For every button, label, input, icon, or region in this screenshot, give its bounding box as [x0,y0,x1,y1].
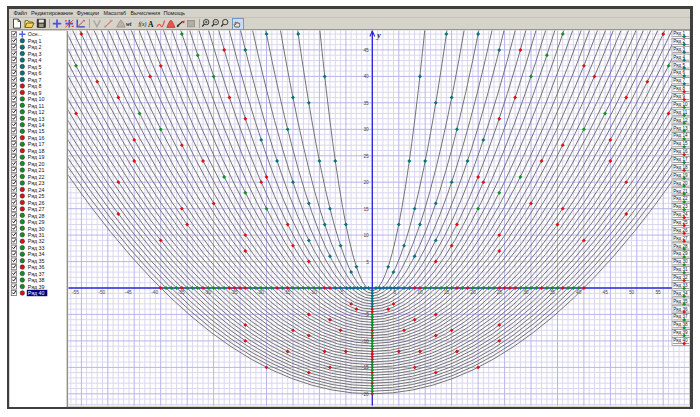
svg-text:Ряд 37: Ряд 37 [673,314,688,319]
svg-text:-30: -30 [204,290,211,295]
svg-text:Ряд 35: Ряд 35 [28,258,45,264]
svg-text:Ряд 24: Ряд 24 [28,187,45,193]
svg-text:Ряд 14: Ряд 14 [673,133,688,138]
svg-text:Ряд 11: Ряд 11 [673,110,688,115]
svg-text:Ряд 29: Ряд 29 [28,219,45,225]
svg-text:Ряд 35: Ряд 35 [673,299,688,304]
svg-text:Ряд 26: Ряд 26 [673,228,688,233]
svg-text:Ряд 32: Ряд 32 [673,275,688,280]
svg-text:-20: -20 [257,290,264,295]
svg-text:Ряд 14: Ряд 14 [28,122,45,128]
svg-text:Ряд 27: Ряд 27 [673,236,688,241]
svg-text:Ряд 12: Ряд 12 [28,109,45,115]
svg-text:Ряд 38: Ряд 38 [673,322,688,327]
svg-text:Ряд 30: Ряд 30 [673,259,688,264]
svg-text:Осн...: Осн... [28,31,42,37]
svg-text:Ряд 25: Ряд 25 [28,193,45,199]
svg-text:20: 20 [470,290,476,295]
svg-text:Ряд 39: Ряд 39 [28,284,45,290]
svg-text:Ряд 40: Ряд 40 [673,338,688,343]
svg-text:35: 35 [550,290,556,295]
svg-text:15: 15 [444,290,450,295]
svg-text:Ряд 12: Ряд 12 [673,118,688,123]
svg-text:Ряд 11: Ряд 11 [28,103,44,109]
svg-text:Ряд 39: Ряд 39 [673,330,688,335]
svg-text:Ряд 16: Ряд 16 [28,135,45,141]
svg-text:40: 40 [576,290,582,295]
svg-text:30: 30 [523,290,529,295]
svg-text:10: 10 [417,290,423,295]
svg-text:-50: -50 [98,290,105,295]
svg-text:Ряд 23: Ряд 23 [28,180,45,186]
svg-text:25: 25 [497,290,503,295]
svg-text:Ряд 38: Ряд 38 [28,277,45,283]
svg-text:Ряд 33: Ряд 33 [28,245,45,251]
svg-text:35: 35 [363,101,369,106]
svg-text:Ряд 40: Ряд 40 [28,290,45,296]
svg-text:50: 50 [629,290,635,295]
svg-text:Ряд 37: Ряд 37 [28,271,45,277]
svg-text:45: 45 [363,48,369,53]
svg-text:Функции: Функции [77,9,100,16]
svg-text:Ряд 3: Ряд 3 [28,51,42,57]
svg-text:Ряд 24: Ряд 24 [673,212,688,217]
svg-text:wt: wt [126,21,132,27]
svg-text:Ряд 36: Ряд 36 [673,307,688,312]
svg-text:Файл: Файл [14,9,28,16]
svg-text:20: 20 [363,180,369,185]
svg-text:Редактирование: Редактирование [31,9,74,16]
svg-text:Ряд 19: Ряд 19 [673,173,688,178]
svg-text:y: y [376,31,381,40]
svg-text:Ряд 23: Ряд 23 [673,204,688,209]
svg-text:Ряд 19: Ряд 19 [28,154,45,160]
svg-text:Масштаб: Масштаб [104,9,127,16]
svg-text:-15: -15 [284,290,291,295]
svg-text:-15: -15 [362,365,369,370]
svg-text:Ряд 25: Ряд 25 [673,220,688,225]
svg-text:Ряд 36: Ряд 36 [28,264,45,270]
svg-text:Ряд 28: Ряд 28 [673,244,688,249]
svg-text:-40: -40 [151,290,158,295]
svg-text:55: 55 [655,290,661,295]
svg-text:Ряд 18: Ряд 18 [28,148,45,154]
svg-text:5: 5 [394,290,397,295]
svg-text:Ряд 29: Ряд 29 [673,251,688,256]
svg-text:Ряд 17: Ряд 17 [673,157,688,162]
svg-text:Ряд 2: Ряд 2 [28,44,42,50]
svg-text:f(x): f(x) [139,21,147,28]
svg-text:Ряд 28: Ряд 28 [28,213,45,219]
svg-text:Ряд 31: Ряд 31 [673,267,688,272]
svg-text:30: 30 [363,127,369,132]
svg-text:-10: -10 [310,290,317,295]
svg-text:-35: -35 [178,290,185,295]
svg-text:Ряд 33: Ряд 33 [673,283,688,288]
svg-text:Ряд 10: Ряд 10 [673,102,688,107]
svg-text:Помощь: Помощь [164,9,186,16]
svg-text:-5: -5 [339,290,344,295]
svg-text:Ряд 4: Ряд 4 [28,57,42,63]
svg-text:-25: -25 [231,290,238,295]
svg-text:Ряд 20: Ряд 20 [28,161,45,167]
svg-text:A: A [148,20,154,29]
svg-text:Ряд 13: Ряд 13 [673,126,688,131]
svg-text:Ряд 7: Ряд 7 [28,77,42,83]
svg-text:Ряд 1: Ряд 1 [28,38,42,44]
svg-text:Ряд 18: Ряд 18 [673,165,688,170]
svg-text:Ряд 21: Ряд 21 [28,167,45,173]
svg-text:Ряд 9: Ряд 9 [28,90,42,96]
svg-text:Ряд 17: Ряд 17 [28,141,45,147]
svg-text:Ряд 26: Ряд 26 [28,200,45,206]
svg-text:Ряд 13: Ряд 13 [28,116,45,122]
svg-text:5: 5 [366,260,369,265]
svg-text:-5: -5 [365,312,370,317]
svg-text:Ряд 15: Ряд 15 [28,128,45,134]
svg-text:Ряд 16: Ряд 16 [673,149,688,154]
svg-text:Ряд 15: Ряд 15 [673,141,688,146]
svg-text:Ряд 21: Ряд 21 [673,189,688,194]
svg-text:25: 25 [363,154,369,159]
svg-text:Ряд 31: Ряд 31 [28,232,45,238]
svg-text:Ряд 22: Ряд 22 [28,174,45,180]
svg-text:Ряд 27: Ряд 27 [28,206,45,212]
svg-text:45: 45 [603,290,609,295]
svg-text:Ряд 20: Ряд 20 [673,181,688,186]
